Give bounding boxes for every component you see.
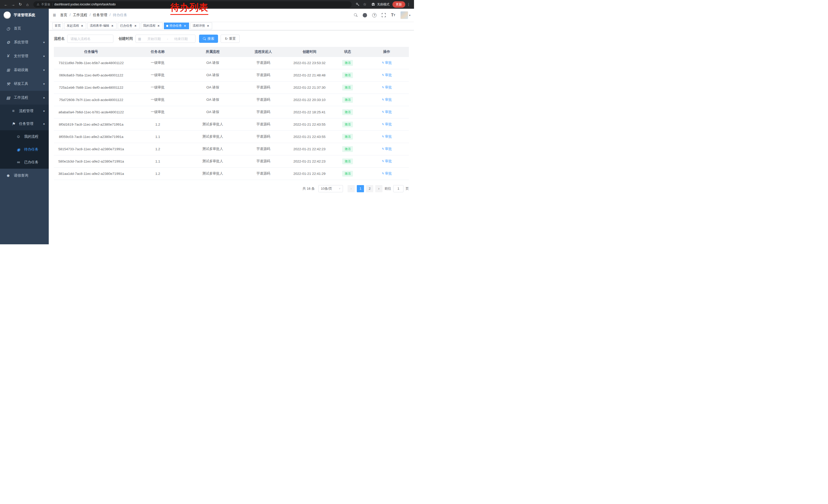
header-process: 所属流程: [187, 47, 239, 57]
tab-home[interactable]: 首页: [52, 22, 63, 29]
approve-button[interactable]: ✎审批: [381, 134, 392, 139]
sidebar-item-done-tasks[interactable]: ∞ 已办任务: [0, 156, 49, 169]
cell-task-name: 1.2: [128, 118, 187, 131]
sidebar-item-task-mgmt[interactable]: ⚑ 任务管理 ∧: [0, 118, 49, 130]
breadcrumb-current: 待办任务: [113, 13, 127, 17]
approve-button[interactable]: ✎审批: [381, 85, 392, 90]
glasses-icon: ∞: [15, 160, 22, 165]
bookmark-star-icon[interactable]: ☆: [362, 1, 368, 8]
cell-process: 测试多审批人: [187, 131, 239, 143]
sidebar-item-todo-tasks[interactable]: ◉ 待办任务: [0, 143, 49, 156]
approve-button[interactable]: ✎审批: [381, 97, 392, 102]
tab-process-form-edit[interactable]: 流程表单-编辑 ×: [87, 22, 117, 29]
approve-button[interactable]: ✎审批: [381, 73, 392, 78]
tab-process-detail[interactable]: 流程详情 ×: [190, 22, 212, 29]
tab-my-process[interactable]: 我的流程 ×: [141, 22, 163, 29]
page-button-1[interactable]: 1: [357, 185, 364, 192]
header-task-name: 任务名称: [128, 47, 187, 57]
tab-todo-tasks[interactable]: 待办任务 ×: [164, 22, 189, 29]
header-actions: 操作: [365, 47, 409, 57]
address-bar[interactable]: ⚠ 不安全 dashboard.yudao.iocoder.cn/bpm/tas…: [33, 1, 352, 8]
breadcrumb-workflow[interactable]: 工作流程: [73, 13, 93, 17]
approve-label: 审批: [385, 110, 392, 114]
close-icon[interactable]: ×: [111, 24, 114, 28]
edit-icon: ✎: [381, 123, 384, 126]
approve-button[interactable]: ✎审批: [381, 171, 392, 176]
sidebar-item-dev-tools[interactable]: ⚒ 研发工具 ∨: [0, 77, 49, 91]
goto-page-input[interactable]: [393, 185, 404, 192]
sidebar-item-infrastructure[interactable]: ⊞ 基础设施 ∨: [0, 63, 49, 77]
sidebar-item-home[interactable]: ◷ 首页: [0, 21, 49, 35]
app-logo[interactable]: 芋道管理系统: [0, 9, 49, 21]
cell-task-name: 1.1: [128, 155, 187, 168]
tab-label: 发起流程: [67, 24, 79, 28]
sidebar-toggle-icon[interactable]: ≡: [49, 12, 60, 18]
approve-button[interactable]: ✎审批: [381, 122, 392, 127]
search-icon[interactable]: [354, 13, 358, 17]
tab-done-tasks[interactable]: 已办任务 ×: [118, 22, 139, 29]
process-name-input[interactable]: [67, 35, 113, 43]
sidebar-item-my-process[interactable]: ☺ 我的流程: [0, 130, 49, 143]
forward-icon[interactable]: →: [10, 1, 16, 8]
close-icon[interactable]: ×: [134, 24, 137, 28]
cell-created: 2022-01-21 22:42:23: [288, 143, 331, 155]
sidebar-item-process-mgmt[interactable]: ≡ 流程管理 ∨: [0, 104, 49, 118]
monitor-icon: ⊞: [5, 68, 11, 73]
approve-button[interactable]: ✎审批: [381, 147, 392, 151]
approve-button[interactable]: ✎审批: [381, 60, 392, 65]
calendar-icon: ▦: [138, 37, 141, 41]
approve-button[interactable]: ✎审批: [381, 110, 392, 114]
cell-process: OA 请假: [187, 94, 239, 106]
close-icon[interactable]: ×: [183, 24, 187, 28]
breadcrumb-home[interactable]: 首页: [60, 13, 73, 17]
end-date-input[interactable]: [169, 37, 193, 41]
tab-label: 流程表单-编辑: [90, 24, 109, 28]
close-icon[interactable]: ×: [80, 24, 84, 28]
process-name-label: 流程名: [54, 36, 65, 41]
tab-label: 流程详情: [193, 24, 205, 28]
prev-page-button[interactable]: ‹: [347, 185, 355, 192]
browser-chrome: ← → ↻ ⌂ ⚠ 不安全 dashboard.yudao.iocoder.cn…: [0, 0, 414, 9]
key-icon[interactable]: [354, 1, 361, 8]
sidebar-item-system-mgmt[interactable]: ⚙ 系统管理 ∨: [0, 35, 49, 49]
page-size-select[interactable]: 10条/页 ∨: [318, 185, 343, 192]
reset-button-label: 重置: [229, 36, 236, 41]
table-row: 381aa1dd-7ac8-11ec-a9e2-a2380e71991a 1.2…: [54, 168, 409, 180]
status-badge: 激活: [342, 60, 353, 66]
cell-task-id: 725a1eb6-7b88-11ec-8ef0-acde48001122: [54, 81, 128, 94]
cell-task-name: 1.2: [128, 143, 187, 155]
chevron-down-icon: ∨: [43, 83, 45, 85]
sidebar: 芋道管理系统 ◷ 首页 ⚙ 系统管理 ∨ ¥ 支付管理 ∨ ⊞ 基础设施 ∨: [0, 9, 49, 244]
search-button[interactable]: 搜索: [199, 35, 218, 43]
close-icon[interactable]: ×: [206, 24, 210, 28]
home-icon[interactable]: ⌂: [24, 1, 31, 8]
breadcrumb-task-mgmt[interactable]: 任务管理: [93, 13, 113, 17]
browser-menu-icon[interactable]: ⋮: [406, 2, 411, 6]
warning-icon: ⚠: [37, 3, 40, 6]
next-page-button[interactable]: ›: [375, 185, 382, 192]
cell-created: 2022-01-22 21:37:30: [288, 81, 331, 94]
update-button[interactable]: 更新: [392, 1, 405, 8]
close-icon[interactable]: ×: [157, 24, 160, 28]
search-icon: [203, 37, 206, 40]
tab-start-process[interactable]: 发起流程 ×: [65, 22, 86, 29]
incognito-icon: [371, 2, 375, 6]
github-icon[interactable]: [363, 13, 367, 17]
help-icon[interactable]: ?: [372, 13, 377, 17]
sidebar-item-workflow[interactable]: ▤ 工作流程 ∧: [0, 91, 49, 104]
page-button-2[interactable]: 2: [366, 185, 373, 192]
sidebar-item-payment-mgmt[interactable]: ¥ 支付管理 ∨: [0, 49, 49, 63]
reload-icon[interactable]: ↻: [17, 1, 24, 8]
incognito-badge: 无痕模式: [371, 2, 389, 7]
cell-initiator: 芋道源码: [239, 69, 288, 81]
approve-button[interactable]: ✎审批: [381, 159, 392, 164]
start-date-input[interactable]: [142, 37, 166, 41]
sidebar-item-leave-query[interactable]: ☻ 请假查询: [0, 169, 49, 183]
cell-process: OA 请假: [187, 69, 239, 81]
font-size-icon[interactable]: TT: [391, 13, 395, 17]
back-icon[interactable]: ←: [3, 1, 9, 8]
fullscreen-icon[interactable]: [382, 13, 386, 17]
reset-button[interactable]: ↻ 重置: [220, 35, 240, 43]
user-menu[interactable]: ▾: [401, 11, 410, 19]
date-range-picker[interactable]: ▦ -: [135, 35, 196, 43]
